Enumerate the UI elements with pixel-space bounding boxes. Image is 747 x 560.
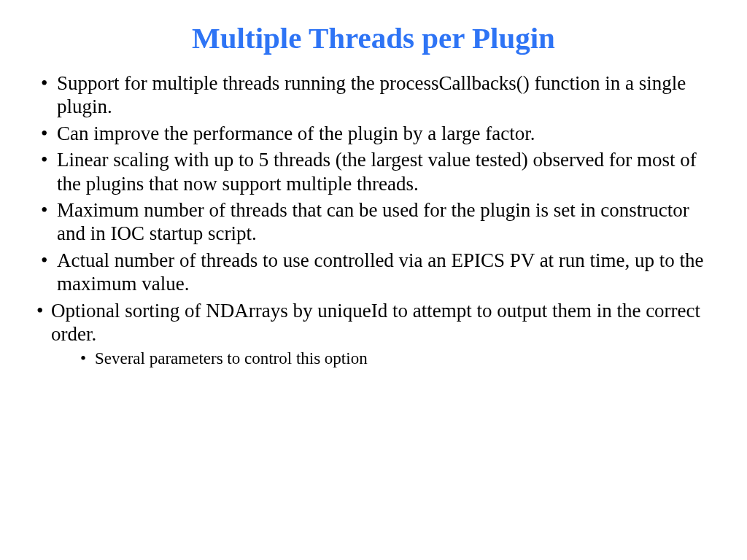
bullet-item: Linear scaling with up to 5 threads (the… [36,148,711,195]
bullet-list: Support for multiple threads running the… [36,71,711,370]
slide-title: Multiple Threads per Plugin [36,20,711,55]
bullet-item: Optional sorting of NDArrays by uniqueId… [36,299,711,346]
sub-bullet-item: Several parameters to control this optio… [36,349,711,370]
bullet-item: Maximum number of threads that can be us… [36,198,711,246]
bullet-item: Can improve the performance of the plugi… [36,122,711,145]
bullet-item: Support for multiple threads running the… [36,71,711,119]
bullet-item: Actual number of threads to use controll… [36,249,711,296]
